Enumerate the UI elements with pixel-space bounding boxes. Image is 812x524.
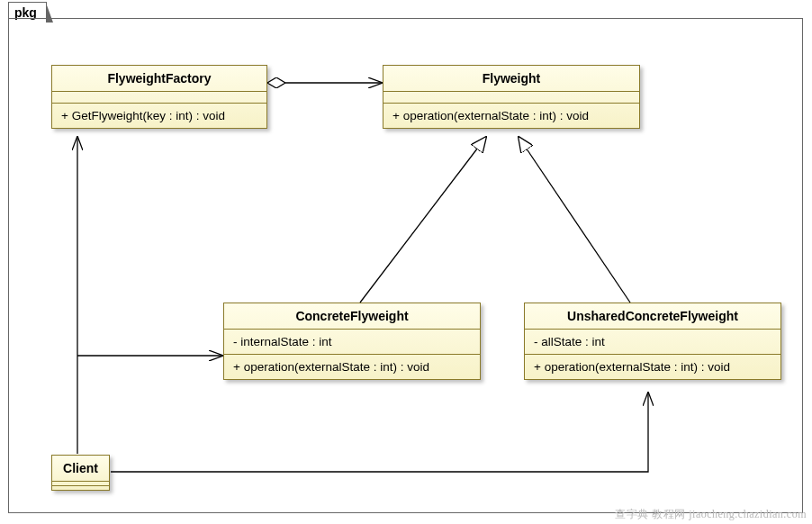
class-title: Client [52,456,109,482]
watermark: 查字典 教程网 jiaocheng.chazidian.com [615,507,807,522]
class-title: UnsharedConcreteFlyweight [525,303,780,330]
class-concrete-flyweight: ConcreteFlyweight - internalState : int … [223,303,481,380]
class-flyweight-factory: FlyweightFactory + GetFlyweight(key : in… [51,65,267,129]
class-attributes: - allState : int [525,330,780,355]
class-operations [52,486,109,490]
class-title: Flyweight [383,66,639,92]
attribute: - allState : int [534,335,771,348]
class-operations: + operation(externalState : int) : void [224,355,480,379]
class-unshared-concrete-flyweight: UnsharedConcreteFlyweight - allState : i… [524,303,781,380]
class-client: Client [51,455,110,491]
class-attributes: - internalState : int [224,330,480,355]
class-attributes [383,92,639,104]
class-operations: + GetFlyweight(key : int) : void [52,104,266,128]
diagram-canvas: pkg FlyweightFactory + GetFlyweight(key … [0,0,812,524]
attribute: - internalState : int [233,335,471,348]
operation: + operation(externalState : int) : void [392,109,630,122]
operation: + operation(externalState : int) : void [233,360,471,374]
class-operations: + operation(externalState : int) : void [383,104,639,128]
operation: + operation(externalState : int) : void [534,360,771,374]
class-attributes [52,92,266,104]
class-flyweight: Flyweight + operation(externalState : in… [383,65,640,129]
class-title: ConcreteFlyweight [224,303,480,330]
class-title: FlyweightFactory [52,66,266,92]
class-operations: + operation(externalState : int) : void [525,355,780,379]
operation: + GetFlyweight(key : int) : void [61,109,257,122]
